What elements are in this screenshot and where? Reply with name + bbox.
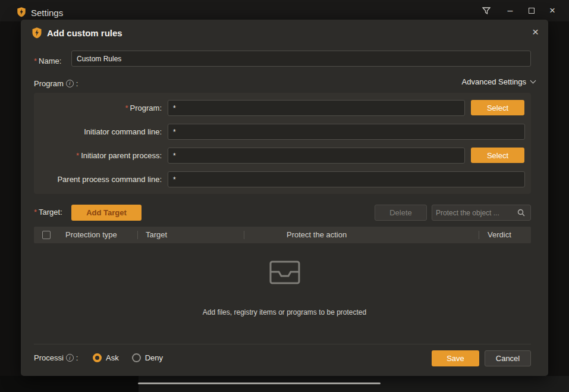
parent-cmdline-input[interactable] xyxy=(168,171,525,187)
window-titlebar: Settings – × xyxy=(0,0,569,21)
target-search-input[interactable] xyxy=(432,209,517,217)
program-select-button[interactable]: Select xyxy=(471,100,524,115)
program-section-label: Program xyxy=(34,79,64,88)
required-marker: * xyxy=(34,57,37,65)
initiator-parent-input[interactable] xyxy=(168,148,465,164)
initiator-cmdline-label: Initiator command line: xyxy=(84,127,162,136)
target-label-wrap: * Target: xyxy=(34,208,62,217)
column-verdict[interactable]: Verdict xyxy=(488,230,511,239)
bottom-divider xyxy=(34,344,531,344)
advanced-settings-label: Advanced Settings xyxy=(462,77,526,86)
add-custom-rules-dialog: Add custom rules × * Name: Program : Adv… xyxy=(21,20,548,376)
program-field-label: Program: xyxy=(130,104,162,112)
cancel-button[interactable]: Cancel xyxy=(485,350,531,366)
bottom-bar: Processi : Ask Deny Save Cancel xyxy=(21,350,548,366)
column-divider xyxy=(479,231,479,239)
required-marker: * xyxy=(125,104,128,112)
column-divider xyxy=(137,231,138,239)
column-divider xyxy=(244,231,244,239)
screen: Settings – × Add custom rules × * Name: … xyxy=(0,0,569,392)
initiator-cmdline-row: Initiator command line: xyxy=(34,124,531,140)
background-sidebar-strip xyxy=(0,376,139,392)
parent-cmdline-label: Parent process command line: xyxy=(57,175,162,184)
column-protect-the-action[interactable]: Protect the action xyxy=(287,230,347,239)
empty-state-text: Add files, registry items or programs to… xyxy=(21,308,548,316)
initiator-parent-label: Initiator parent process: xyxy=(81,151,162,160)
delete-button[interactable]: Delete xyxy=(375,205,427,221)
program-section-colon: : xyxy=(76,79,78,88)
info-icon[interactable] xyxy=(66,80,74,87)
parent-cmdline-row: Parent process command line: xyxy=(34,171,531,187)
column-target[interactable]: Target xyxy=(146,230,167,239)
program-field-label-wrap: * Program: xyxy=(34,100,162,116)
processing-colon: : xyxy=(76,353,78,362)
name-label: Name: xyxy=(39,57,61,65)
info-icon[interactable] xyxy=(66,354,74,362)
initiator-parent-label-wrap: * Initiator parent process: xyxy=(34,148,162,164)
program-field-row: * Program: Select xyxy=(34,100,531,116)
add-target-button[interactable]: Add Target xyxy=(71,205,142,221)
save-button[interactable]: Save xyxy=(432,350,479,366)
required-marker: * xyxy=(34,208,37,217)
program-panel: * Program: Select Initiator command line… xyxy=(34,93,531,194)
program-input[interactable] xyxy=(168,100,465,116)
select-all-checkbox[interactable] xyxy=(42,231,51,239)
dialog-title: Add custom rules xyxy=(47,28,122,38)
window-title: Settings xyxy=(31,8,63,18)
magnifier-icon[interactable] xyxy=(517,209,528,217)
required-marker: * xyxy=(76,151,79,160)
program-section-header: Program : xyxy=(34,77,78,89)
dialog-close-button[interactable]: × xyxy=(532,26,539,39)
maximize-icon xyxy=(529,8,535,14)
initiator-parent-select-button[interactable]: Select xyxy=(471,148,524,163)
initiator-parent-row: * Initiator parent process: Select xyxy=(34,148,531,164)
empty-state: Add files, registry items or programs to… xyxy=(21,255,548,316)
maximize-button[interactable] xyxy=(523,0,540,21)
minimize-button[interactable]: – xyxy=(502,0,518,21)
target-table-header: Protection type Target Protect the actio… xyxy=(34,227,531,243)
radio-deny[interactable] xyxy=(132,353,141,362)
radio-deny-label[interactable]: Deny xyxy=(145,353,163,362)
window-close-button[interactable]: × xyxy=(543,0,561,21)
background-highlight-line xyxy=(138,382,381,384)
processing-label: Processi xyxy=(34,353,64,362)
target-search-box xyxy=(432,205,531,221)
advanced-settings-toggle[interactable]: Advanced Settings xyxy=(462,77,535,86)
initiator-cmdline-label-wrap: Initiator command line: xyxy=(34,124,162,140)
filter-icon[interactable] xyxy=(478,0,495,21)
name-input[interactable] xyxy=(71,51,531,67)
app-logo-shield-icon xyxy=(16,7,27,17)
radio-ask-label[interactable]: Ask xyxy=(106,353,119,362)
target-toolbar: * Target: Add Target Delete xyxy=(21,205,548,221)
name-row: * Name: xyxy=(34,53,61,69)
processing-label-wrap: Processi : xyxy=(34,353,78,362)
radio-ask[interactable] xyxy=(93,353,102,362)
chevron-down-icon xyxy=(530,78,536,84)
processing-radio-group: Ask Deny xyxy=(93,353,176,362)
dialog-shield-icon xyxy=(31,27,43,39)
parent-cmdline-label-wrap: Parent process command line: xyxy=(34,171,162,187)
inbox-tray-icon xyxy=(265,255,304,289)
target-label: Target: xyxy=(39,208,62,217)
initiator-cmdline-input[interactable] xyxy=(168,124,525,140)
column-protection-type[interactable]: Protection type xyxy=(65,230,117,239)
